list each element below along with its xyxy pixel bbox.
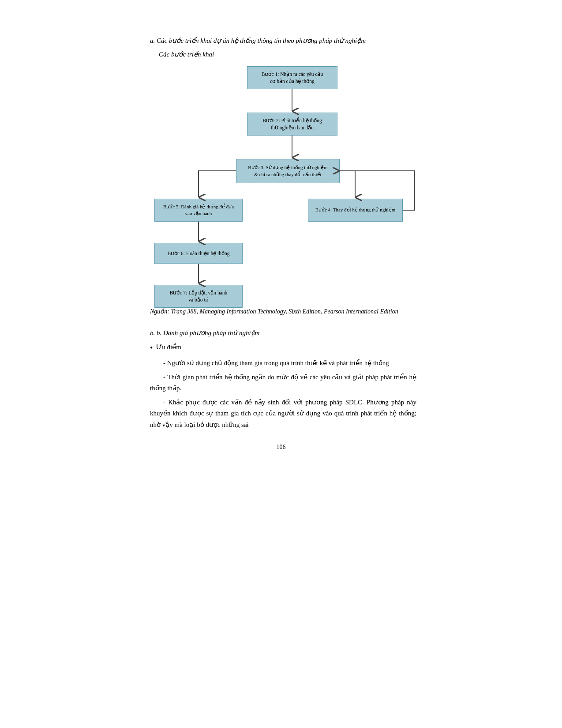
flowchart-box-1: Bước 1: Nhận ra các yêu cầucơ bản của hệ… [247, 66, 337, 89]
section-b-heading: b. b. Đánh giá phương pháp thử nghiệm [150, 329, 416, 337]
para-3: - Khắc phục được các vấn đề nảy sinh đối… [150, 397, 416, 431]
page: a. Các bước triển khai dự án hệ thống th… [106, 0, 456, 468]
flowchart: Bước 1: Nhận ra các yêu cầucơ bản của hệ… [150, 66, 416, 296]
flowchart-box-5: Bước 5: Đánh giá hệ thống để đưavào vận … [154, 199, 243, 222]
section-a-heading: a. Các bước triển khai dự án hệ thống th… [150, 35, 416, 46]
flowchart-box-4: Bước 4: Thay đổi hệ thống thử nghiệm [308, 199, 403, 222]
page-number: 106 [106, 444, 456, 451]
source-citation: Nguồn: Trang 388, Managing Information T… [150, 306, 416, 317]
bullet-label-uu-diem: Ưu điểm [156, 343, 181, 351]
flowchart-box-7: Bước 7: Lắp đặt, vận hànhvà bảo trì [154, 285, 243, 308]
flowchart-box-2: Bước 2: Phát triển hệ thốngthử nghiệm ba… [247, 113, 337, 136]
sub-heading: Các bước triển khai [159, 50, 416, 58]
bullet-uu-diem: • Ưu điểm [150, 343, 416, 353]
bullet-icon: • [150, 343, 153, 353]
flowchart-box-3: Bước 3: Sử dụng hệ thống thử nghiệm& chỉ… [236, 159, 340, 183]
para-1: - Người sử dụng chủ động tham gia trong … [150, 358, 416, 369]
flowchart-box-6: Bước 6: Hoàn thiện hệ thống [154, 243, 243, 264]
para-2: - Thời gian phát triển hệ thống ngắn do … [150, 372, 416, 394]
